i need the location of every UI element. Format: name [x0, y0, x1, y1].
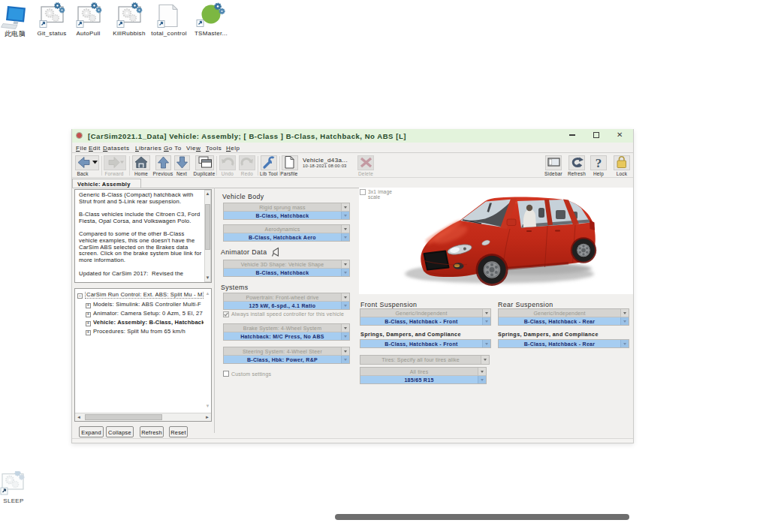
- svg-text:?: ?: [596, 156, 602, 170]
